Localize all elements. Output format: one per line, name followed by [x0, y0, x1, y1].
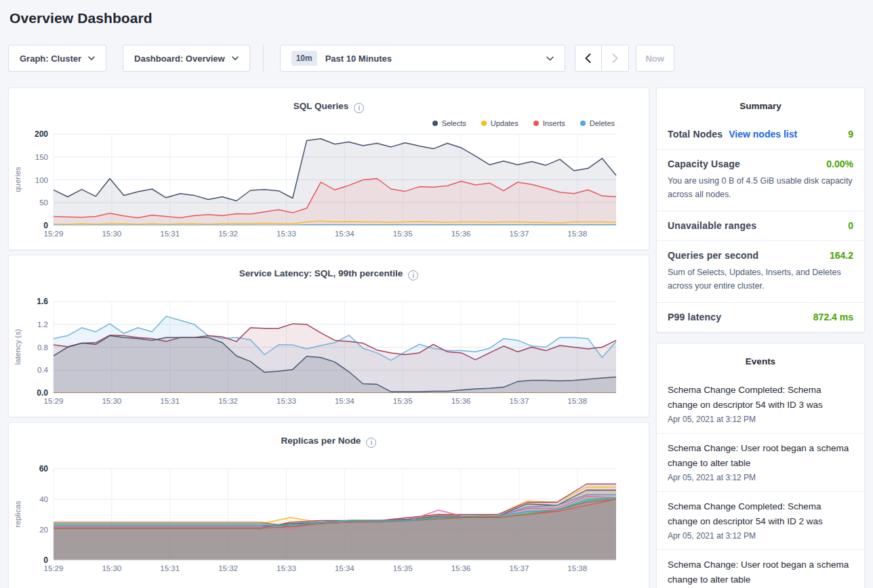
summary-row: Unavailable ranges0 — [657, 211, 864, 240]
summary-row-value: 0.00% — [826, 159, 853, 169]
summary-row-value: 9 — [848, 129, 853, 140]
x-tick-label: 15:31 — [160, 564, 180, 572]
legend-label: Inserts — [543, 119, 565, 127]
summary-rows: Total NodesView nodes list9Capacity Usag… — [657, 120, 864, 332]
legend-dot — [533, 121, 539, 126]
x-tick-label: 15:38 — [567, 397, 587, 405]
event-item[interactable]: Schema Change Completed: Schema change o… — [657, 491, 864, 549]
x-tick-label: 15:38 — [567, 230, 587, 238]
summary-row: Capacity Usage0.00%You are using 0 B of … — [657, 149, 864, 211]
x-tick-label: 15:36 — [451, 230, 471, 238]
x-tick-label: 15:34 — [335, 564, 354, 572]
x-tick-label: 15:36 — [451, 397, 471, 405]
graph-dropdown[interactable]: Graph: Cluster — [8, 45, 106, 72]
summary-title: Summary — [657, 88, 864, 120]
x-tick-label: 15:30 — [102, 397, 121, 405]
events-panel: Events Schema Change Completed: Schema c… — [656, 343, 865, 588]
x-tick-label: 15:35 — [393, 564, 413, 572]
y-tick-label: 200 — [10, 129, 48, 139]
x-tick-label: 15:31 — [160, 397, 180, 405]
chevron-down-icon — [232, 56, 239, 60]
event-timestamp: Apr 05, 2021 at 3:12 PM — [668, 415, 853, 424]
legend-dot — [432, 121, 438, 126]
x-tick-label: 15:34 — [335, 230, 354, 238]
x-tick-label: 15:33 — [277, 397, 296, 405]
time-window-dropdown[interactable]: 10m Past 10 Minutes — [280, 45, 565, 72]
x-tick-label: 15:29 — [44, 397, 64, 405]
page-title: Overview Dashboard — [9, 10, 865, 26]
legend-item: Inserts — [533, 119, 565, 127]
time-window-label: Past 10 Minutes — [325, 54, 392, 64]
chart-header: Service Latency: SQL, 99th percentilei — [9, 267, 649, 280]
event-text: Schema Change: User root began a schema … — [668, 558, 853, 587]
y-tick-label: 150 — [10, 153, 48, 161]
chart-header: SQL Queriesi — [9, 100, 649, 113]
replicas-per-node-chart-card: Replicas per Nodei replicas 020406015:29… — [8, 422, 649, 588]
time-window-badge: 10m — [291, 51, 317, 66]
y-tick-label: 0 — [10, 221, 48, 230]
summary-row-header: P99 latency872.4 ms — [668, 312, 853, 322]
legend-label: Deletes — [590, 119, 615, 127]
chart-header: Replicas per Nodei — [9, 434, 649, 448]
x-tick-label: 15:35 — [393, 397, 413, 405]
x-tick-label: 15:32 — [218, 397, 238, 405]
x-tick-label: 15:34 — [335, 397, 354, 405]
summary-row-label: Unavailable ranges — [668, 220, 756, 231]
summary-panel: Summary Total NodesView nodes list9Capac… — [656, 87, 865, 333]
summary-row: P99 latency872.4 ms — [657, 302, 864, 332]
chart-canvas — [54, 469, 616, 560]
event-item[interactable]: Schema Change: User root began a schema … — [657, 549, 864, 588]
chevron-down-icon — [546, 56, 554, 61]
x-tick-label: 15:36 — [451, 564, 471, 572]
legend-label: Selects — [442, 119, 466, 127]
info-icon[interactable]: i — [408, 270, 418, 280]
event-item[interactable]: Schema Change: User root began a schema … — [657, 433, 864, 491]
summary-row: Queries per second164.2Sum of Selects, U… — [657, 240, 864, 302]
side-column: Summary Total NodesView nodes list9Capac… — [656, 87, 865, 588]
chart-legend: SelectsUpdatesInsertsDeletes — [432, 119, 615, 127]
events-title: Events — [657, 343, 864, 375]
now-button[interactable]: Now — [636, 45, 674, 72]
view-nodes-link[interactable]: View nodes list — [729, 129, 797, 140]
next-time-button[interactable] — [602, 45, 628, 71]
event-item[interactable]: Schema Change Completed: Schema change o… — [657, 375, 864, 433]
chart-canvas — [54, 134, 616, 226]
x-tick-label: 15:37 — [510, 230, 529, 238]
y-tick-label: 0.4 — [10, 366, 48, 374]
y-tick-label: 50 — [10, 198, 48, 207]
dashboard-dropdown[interactable]: Dashboard: Overview — [123, 45, 250, 72]
x-tick-label: 15:30 — [102, 230, 121, 238]
y-tick-label: 0.0 — [10, 388, 48, 398]
y-tick-label: 100 — [10, 176, 48, 184]
info-icon[interactable]: i — [354, 103, 364, 113]
x-tick-label: 15:32 — [218, 564, 238, 572]
x-tick-label: 15:35 — [393, 230, 413, 238]
charts-column: SQL Queriesi SelectsUpdatesInsertsDelete… — [8, 87, 649, 588]
chart-title: Service Latency: SQL, 99th percentile — [239, 268, 403, 278]
legend-item: Deletes — [580, 119, 615, 127]
sql-queries-chart-card: SQL Queriesi SelectsUpdatesInsertsDelete… — [8, 87, 649, 250]
x-tick-label: 15:38 — [567, 564, 587, 572]
toolbar: Graph: Cluster Dashboard: Overview 10m P… — [8, 45, 865, 72]
summary-row-header: Unavailable ranges0 — [668, 220, 853, 231]
legend-dot — [481, 121, 487, 126]
y-tick-label: 0 — [10, 555, 48, 565]
overview-dashboard-page: Overview Dashboard Graph: Cluster Dashbo… — [0, 0, 873, 588]
service-latency-chart-card: Service Latency: SQL, 99th percentilei l… — [8, 255, 649, 417]
legend-item: Selects — [432, 119, 466, 127]
event-text: Schema Change: User root began a schema … — [668, 441, 853, 471]
info-icon[interactable]: i — [366, 438, 376, 448]
summary-row-value: 872.4 ms — [813, 312, 853, 322]
chart-canvas — [54, 301, 616, 393]
prev-time-button[interactable] — [575, 45, 602, 71]
summary-row-label: Total Nodes — [668, 129, 723, 140]
event-timestamp: Apr 05, 2021 at 3:12 PM — [668, 473, 853, 482]
time-nav-buttons — [575, 45, 629, 72]
y-tick-label: 20 — [10, 526, 48, 534]
event-timestamp: Apr 05, 2021 at 3:12 PM — [668, 531, 853, 541]
summary-row-header: Total NodesView nodes list9 — [668, 129, 853, 140]
x-tick-label: 15:29 — [44, 564, 64, 572]
x-tick-label: 15:33 — [277, 230, 296, 238]
dashboard-main: SQL Queriesi SelectsUpdatesInsertsDelete… — [8, 87, 865, 588]
summary-row: Total NodesView nodes list9 — [657, 120, 864, 149]
